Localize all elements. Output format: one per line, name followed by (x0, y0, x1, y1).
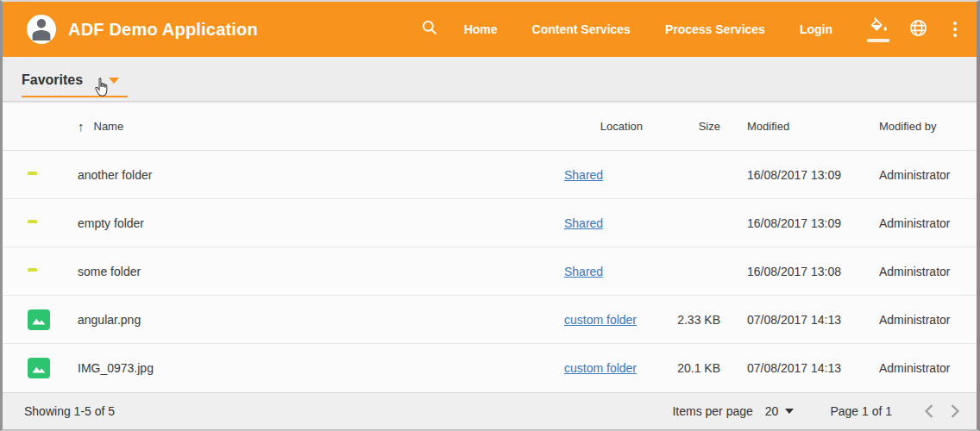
page-status-label: Page 1 of 1 (830, 404, 892, 418)
main-nav: Home Content Services Process Services L… (464, 22, 867, 36)
cell-modified-by: Administrator (876, 216, 977, 230)
nav-item-content-services[interactable]: Content Services (532, 22, 631, 36)
cell-modified: 16/08/2017 13:09 (720, 168, 876, 182)
person-icon (28, 15, 54, 44)
column-header-modified[interactable]: Modified (720, 120, 876, 133)
language-button[interactable] (908, 18, 928, 41)
previous-page-button[interactable] (916, 398, 942, 424)
nav-item-process-services[interactable]: Process Services (665, 22, 765, 36)
row-icon-cell (28, 358, 78, 378)
showing-range-label: Showing 1-5 of 5 (24, 404, 115, 418)
cell-modified-by: Administrator (876, 168, 977, 182)
table-row[interactable]: some folder Shared 16/08/2017 13:08 Admi… (3, 247, 977, 296)
language-globe-icon (908, 18, 928, 41)
cell-modified: 07/08/2017 14:13 (720, 313, 876, 327)
cell-modified: 07/08/2017 14:13 (720, 361, 876, 375)
favorites-dropdown[interactable]: Favorites (22, 72, 128, 97)
cell-name[interactable]: empty folder (78, 216, 562, 230)
user-avatar[interactable] (27, 15, 56, 44)
cell-modified-by: Administrator (876, 361, 977, 375)
view-selector-bar: Favorites (3, 57, 977, 102)
pagination-footer: Showing 1-5 of 5 Items per page 20 Page … (3, 392, 977, 429)
items-per-page-label: Items per page (672, 404, 752, 418)
more-vertical-icon (953, 21, 957, 39)
cell-location: custom folder (562, 313, 658, 327)
column-header-modified-by[interactable]: Modified by (876, 120, 977, 133)
app-window: ADF Demo Application Home Content Servic… (0, 0, 980, 431)
cell-name[interactable]: another folder (78, 168, 562, 182)
column-header-name[interactable]: ↑ Name (78, 119, 562, 134)
row-icon-cell (28, 309, 78, 330)
table-row[interactable]: another folder Shared 16/08/2017 13:09 A… (3, 151, 977, 199)
cell-location: Shared (562, 265, 658, 278)
cell-location: custom folder (562, 361, 658, 375)
cell-name[interactable]: angular.png (78, 313, 562, 327)
image-file-icon (28, 309, 50, 330)
location-link[interactable]: Shared (564, 216, 603, 230)
nav-item-login[interactable]: Login (800, 22, 832, 36)
nav-item-home[interactable]: Home (464, 22, 498, 36)
location-link[interactable]: custom folder (564, 361, 637, 375)
cell-modified: 16/08/2017 13:09 (720, 216, 876, 230)
cell-location: Shared (562, 168, 658, 182)
sort-ascending-icon: ↑ (78, 119, 85, 134)
app-title: ADF Demo Application (68, 20, 258, 40)
theme-color-button[interactable] (867, 17, 889, 42)
cell-size: 20.1 KB (658, 361, 720, 375)
cell-name[interactable]: IMG_0973.jpg (78, 361, 562, 375)
next-page-button[interactable] (942, 398, 968, 424)
cell-modified: 16/08/2017 13:08 (720, 265, 876, 278)
caret-down-icon (109, 78, 119, 84)
color-bar (867, 39, 889, 42)
caret-down-icon (785, 409, 794, 414)
location-link[interactable]: Shared (564, 168, 603, 182)
table-header-row: ↑ Name Location Size Modified Modified b… (3, 102, 977, 151)
items-per-page-value: 20 (765, 404, 779, 418)
items-per-page-select[interactable]: 20 (765, 404, 795, 418)
search-button[interactable] (421, 19, 438, 40)
cell-size: 2.33 KB (658, 313, 720, 327)
table-row[interactable]: IMG_0973.jpg custom folder 20.1 KB 07/08… (3, 344, 977, 392)
cell-name[interactable]: some folder (78, 265, 562, 278)
search-icon (421, 19, 438, 40)
format-color-fill-icon (869, 17, 888, 38)
column-header-location[interactable]: Location (562, 120, 658, 133)
favorites-label: Favorites (22, 72, 83, 88)
cell-modified-by: Administrator (876, 265, 977, 278)
document-list: ↑ Name Location Size Modified Modified b… (3, 102, 977, 392)
table-row[interactable]: empty folder Shared 16/08/2017 13:09 Adm… (3, 199, 977, 247)
app-header: ADF Demo Application Home Content Servic… (3, 2, 977, 57)
table-row[interactable]: angular.png custom folder 2.33 KB 07/08/… (3, 296, 977, 344)
cell-location: Shared (562, 216, 658, 230)
image-file-icon (28, 358, 50, 378)
location-link[interactable]: Shared (564, 265, 603, 278)
column-header-size[interactable]: Size (658, 120, 720, 133)
column-header-name-label: Name (94, 120, 124, 133)
more-options-button[interactable] (949, 21, 961, 39)
location-link[interactable]: custom folder (564, 313, 637, 327)
cell-modified-by: Administrator (876, 313, 977, 327)
